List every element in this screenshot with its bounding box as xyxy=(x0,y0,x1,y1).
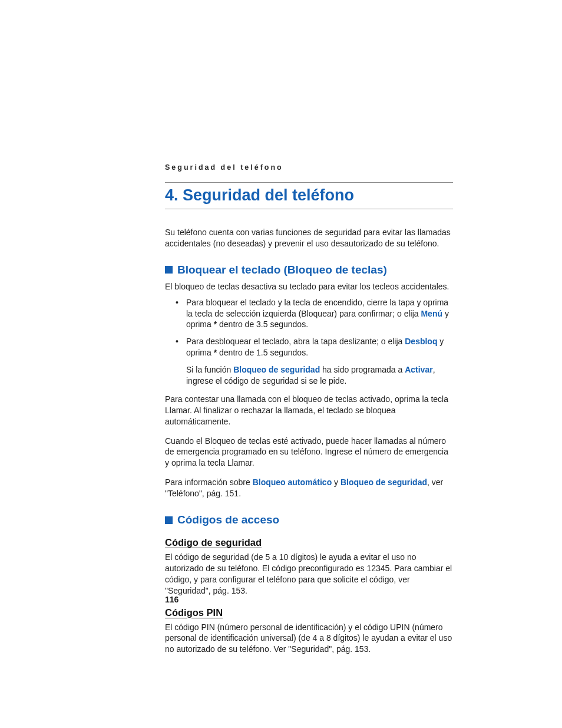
square-bullet-icon xyxy=(165,516,173,524)
sub2-paragraph: El código PIN (número personal de identi… xyxy=(165,622,453,655)
list-item: Para desbloquear el teclado, abra la tap… xyxy=(176,336,453,358)
bullet-text: dentro de 1.5 segundos. xyxy=(217,348,308,357)
chapter-title-text: Seguridad del teléfono xyxy=(183,186,354,204)
chapter-number: 4. xyxy=(165,186,178,204)
chapter-title: 4. Seguridad del teléfono xyxy=(165,182,453,209)
paragraph-text: Para información sobre xyxy=(165,477,253,487)
keyword-bloqueo-seguridad: Bloqueo de seguridad xyxy=(340,477,427,487)
keyword-bloqueo-seguridad: Bloqueo de seguridad xyxy=(233,365,320,374)
sub-heading-codigo-seguridad: Código de seguridad xyxy=(165,537,453,548)
bullet-text: dentro de 3.5 segundos. xyxy=(217,319,308,329)
sub-heading-codigos-pin: Códigos PIN xyxy=(165,607,453,618)
note-paragraph: Si la función Bloqueo de seguridad ha si… xyxy=(165,364,453,387)
section-title-text: Bloquear el teclado (Bloqueo de teclas) xyxy=(177,263,387,276)
keyword-bloqueo-automatico: Bloqueo automático xyxy=(253,477,332,487)
square-bullet-icon xyxy=(165,266,173,274)
note-text: Si la función xyxy=(186,365,233,374)
running-header: Seguridad del teléfono xyxy=(165,163,453,172)
section1-lead: El bloqueo de teclas desactiva su teclad… xyxy=(165,281,453,292)
note-text: ha sido programada a xyxy=(320,365,405,374)
section-title-text: Códigos de acceso xyxy=(177,513,279,526)
paragraph-text: y xyxy=(332,477,340,487)
page: Seguridad del teléfono 4. Seguridad del … xyxy=(0,0,562,728)
list-item: Para bloquear el teclado y la tecla de e… xyxy=(176,297,453,331)
page-number: 116 xyxy=(165,595,178,604)
section-heading-bloquear: Bloquear el teclado (Bloqueo de teclas) xyxy=(165,263,453,276)
section-heading-codigos: Códigos de acceso xyxy=(165,513,453,526)
bullet-text: Para desbloquear el teclado, abra la tap… xyxy=(186,337,405,346)
section1-paragraph: Cuando el Bloqueo de teclas esté activad… xyxy=(165,436,453,469)
bullet-text: Para bloquear el teclado y la tecla de e… xyxy=(186,298,448,318)
section1-paragraph: Para información sobre Bloqueo automátic… xyxy=(165,477,453,499)
intro-paragraph: Su teléfono cuenta con varias funciones … xyxy=(165,227,453,249)
bullet-list: Para bloquear el teclado y la tecla de e… xyxy=(165,297,453,358)
keyword-activar: Activar xyxy=(405,365,432,374)
sub1-paragraph: El código de seguridad (de 5 a 10 dígito… xyxy=(165,552,453,597)
keyword-desbloq: Desbloq xyxy=(405,337,437,346)
keyword-menu: Menú xyxy=(421,309,442,318)
section1-paragraph: Para contestar una llamada con el bloque… xyxy=(165,394,453,427)
